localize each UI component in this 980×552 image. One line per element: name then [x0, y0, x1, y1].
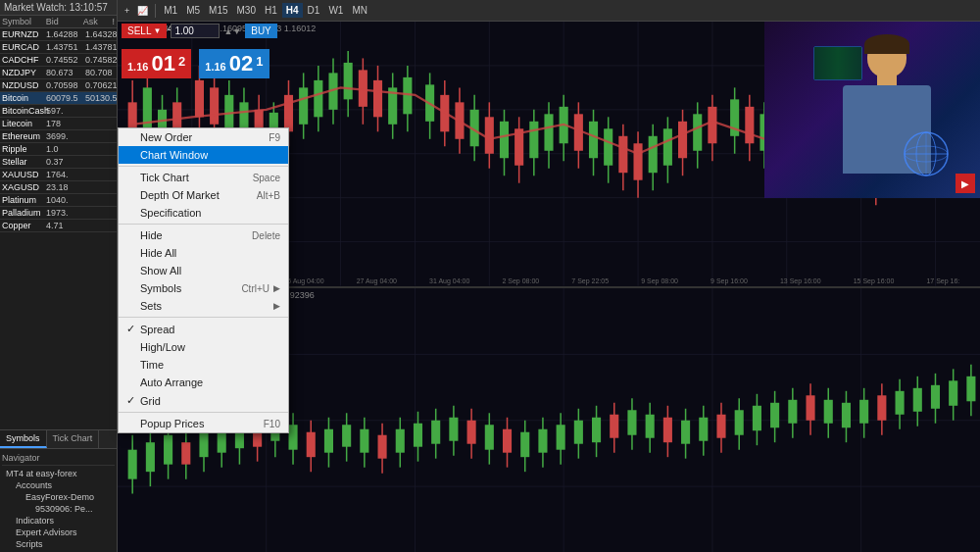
- symbol-name: XAGUSD: [2, 182, 46, 192]
- menu-separator: [119, 224, 288, 225]
- market-row[interactable]: CADCHF0.745520.74582: [0, 54, 117, 67]
- nav-item[interactable]: Expert Advisors: [2, 527, 115, 538]
- menu-separator: [119, 412, 288, 413]
- context-menu-item[interactable]: Hide All: [119, 244, 288, 262]
- timeframe-button-mn[interactable]: MN: [348, 3, 371, 18]
- toolbar-new-order[interactable]: +: [122, 5, 132, 17]
- chart1-buy-button[interactable]: BUY: [245, 24, 277, 38]
- bid-price: 0.37: [46, 157, 85, 167]
- timeframe-button-m30[interactable]: M30: [233, 3, 260, 18]
- context-menu-item[interactable]: Auto Arrange: [119, 374, 288, 391]
- time-label: 15 Sep 16:00: [854, 277, 895, 284]
- chart1-sell-price-sup: 2: [178, 54, 185, 69]
- context-menu-item[interactable]: Time: [119, 356, 288, 374]
- context-menu-item[interactable]: New OrderF9: [119, 128, 288, 146]
- symbol-name: BitcoinCash: [2, 106, 46, 116]
- svg-rect-178: [449, 417, 458, 440]
- context-menu-item[interactable]: ✓Spread: [119, 320, 288, 338]
- market-watch-tab[interactable]: Symbols: [0, 430, 47, 448]
- svg-rect-192: [574, 420, 583, 443]
- menu-arrow-right: ▶: [273, 283, 280, 293]
- market-row[interactable]: Ethereum3699.: [0, 130, 117, 143]
- nav-item[interactable]: Scripts: [2, 538, 115, 550]
- ask-price: 1.64328: [85, 29, 113, 39]
- market-row[interactable]: XAGUSD23.18: [0, 181, 117, 194]
- market-row[interactable]: Palladium1973.: [0, 207, 117, 220]
- timeframe-button-h4[interactable]: H4: [282, 3, 303, 18]
- market-row[interactable]: Ripple1.0: [0, 143, 117, 156]
- context-menu-item[interactable]: SymbolsCtrl+U▶: [119, 279, 288, 297]
- menu-shortcut: Ctrl+U: [241, 283, 270, 294]
- timeframe-button-m1[interactable]: M1: [160, 3, 181, 18]
- market-row[interactable]: Stellar0.37: [0, 156, 117, 169]
- col-symbol-header: Symbol: [0, 16, 44, 27]
- context-menu-item[interactable]: Sets▶: [119, 297, 288, 315]
- market-row[interactable]: NZDJPY80.67380.708: [0, 67, 117, 79]
- nav-item[interactable]: Accounts: [2, 479, 115, 491]
- timeframe-button-h1[interactable]: H1: [261, 3, 281, 18]
- market-watch-tab[interactable]: Tick Chart: [47, 430, 100, 448]
- market-row[interactable]: Bitcoin60079.550130.50: [0, 92, 117, 105]
- context-menu-item[interactable]: Chart Window: [119, 146, 288, 164]
- bid-price: 23.18: [46, 182, 85, 192]
- market-row[interactable]: XAUUSD1764.: [0, 169, 117, 181]
- buy-label: BUY: [251, 25, 271, 36]
- market-row[interactable]: Copper4.71: [0, 220, 117, 232]
- market-row[interactable]: EURNZD1.642881.64328: [0, 28, 117, 41]
- nav-item[interactable]: Indicators: [2, 515, 115, 527]
- play-button[interactable]: ▶: [956, 174, 975, 193]
- toolbar-chart[interactable]: 📈: [134, 5, 151, 17]
- svg-rect-214: [770, 402, 779, 427]
- nav-item[interactable]: MT4 at easy-forex: [2, 468, 115, 479]
- market-row[interactable]: BitcoinCash597.: [0, 105, 117, 118]
- context-menu-item[interactable]: HideDelete: [119, 226, 288, 244]
- context-menu-item[interactable]: Specification: [119, 204, 288, 222]
- timeframe-button-w1[interactable]: W1: [324, 3, 347, 18]
- timeframe-button-m5[interactable]: M5: [182, 3, 204, 18]
- chart1-sell-button[interactable]: SELL ▼: [122, 24, 167, 38]
- nav-item-label: Scripts: [16, 539, 43, 549]
- svg-rect-76: [195, 80, 204, 117]
- sell-dropdown-arrow[interactable]: ▼: [153, 26, 161, 35]
- menu-shortcut: F9: [269, 132, 280, 143]
- ask-price: 0.70621: [85, 80, 113, 90]
- menu-item-label: Tick Chart: [140, 172, 189, 183]
- svg-rect-104: [618, 136, 627, 173]
- col-bid-header: Bid: [44, 16, 81, 27]
- chart1-lot-input[interactable]: [171, 24, 220, 38]
- context-menu-item[interactable]: ✓Grid: [119, 391, 288, 410]
- menu-item-left: Hide: [126, 229, 163, 241]
- menu-shortcut: Alt+B: [257, 190, 280, 201]
- timeframe-button-d1[interactable]: D1: [304, 3, 324, 18]
- symbol-name: Ethereum: [2, 131, 46, 141]
- nav-item[interactable]: EasyForex-Demo: [2, 491, 115, 503]
- toolbar: + 📈 M1M5M15M30H1H4D1W1MN: [118, 0, 980, 22]
- svg-rect-103: [604, 128, 612, 165]
- timeframe-button-m15[interactable]: M15: [205, 3, 231, 18]
- chart1-buy-price-big: 02: [229, 51, 253, 75]
- context-menu-item[interactable]: Show All: [119, 262, 288, 279]
- time-label: 7 Sep 22:05: [571, 277, 609, 284]
- menu-item-right: F10: [256, 419, 280, 429]
- monitor-screen: [814, 47, 861, 79]
- market-row[interactable]: NZDUSD0.705980.70621: [0, 79, 117, 92]
- chart1-price-display: 1.16 01 2 1.16 02 1: [122, 49, 270, 78]
- svg-rect-73: [143, 87, 152, 131]
- svg-rect-106: [649, 136, 658, 173]
- nav-item-label: MT4 at easy-forex: [6, 469, 77, 478]
- context-menu-item[interactable]: Popup PricesF10: [119, 415, 288, 432]
- context-menu-item[interactable]: Tick ChartSpace: [119, 169, 288, 186]
- time-label: 9 Sep 08:00: [641, 277, 678, 284]
- toolbar-separator: [155, 4, 156, 18]
- menu-separator: [119, 166, 288, 167]
- market-row[interactable]: Litecoin178: [0, 118, 117, 130]
- market-row[interactable]: EURCAD1.437511.43781: [0, 41, 117, 54]
- market-row[interactable]: Platinum1040.: [0, 194, 117, 207]
- bid-price: 4.71: [46, 221, 85, 230]
- context-menu-item[interactable]: High/Low: [119, 338, 288, 356]
- nav-item[interactable]: 9530906: Pe...: [2, 503, 115, 515]
- nav-item-label: 9530906: Pe...: [35, 504, 93, 514]
- context-menu-item[interactable]: Depth Of MarketAlt+B: [119, 186, 288, 204]
- svg-rect-194: [592, 417, 601, 441]
- symbol-name: XAUUSD: [2, 170, 46, 179]
